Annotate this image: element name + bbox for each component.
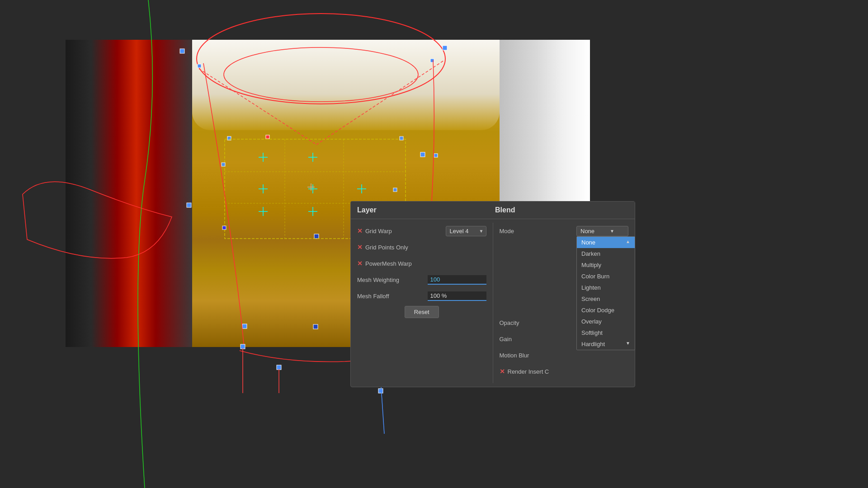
grid-warp-row: ✕ Grid Warp Level 4 — [357, 225, 486, 237]
mesh-weighting-label: Mesh Weighting — [357, 277, 428, 283]
mode-dropdown-container[interactable]: None ▼ None ▲ Darken Multiply — [576, 226, 628, 236]
mesh-weighting-row: Mesh Weighting — [357, 273, 486, 286]
left-bottle — [66, 40, 194, 347]
mesh-falloff-label: Mesh Falloff — [357, 293, 428, 300]
blend-mode-none[interactable]: None ▲ — [577, 237, 635, 248]
blend-none-label: None — [581, 239, 595, 246]
blend-darken-label: Darken — [581, 250, 600, 257]
powermesh-label: PowerMesh Warp — [365, 260, 486, 267]
scroll-up-arrow[interactable]: ▲ — [626, 239, 630, 244]
blend-mode-lighten[interactable]: Lighten — [577, 282, 635, 293]
panel-body: ✕ Grid Warp Level 4 ✕ Grid Points Only ✕… — [351, 219, 635, 387]
motion-blur-label: Motion Blur — [500, 352, 629, 359]
mode-dropdown-arrow: ▼ — [610, 229, 614, 234]
scroll-down-arrow[interactable]: ▼ — [626, 341, 630, 346]
grid-warp-dropdown-container: Level 4 — [446, 226, 486, 236]
blend-mode-overlay[interactable]: Overlay — [577, 316, 635, 327]
mesh-weighting-input[interactable] — [428, 275, 486, 285]
powermesh-row: ✕ PowerMesh Warp — [357, 257, 486, 270]
blend-multiply-label: Multiply — [581, 262, 601, 268]
blend-colordodge-label: Color Dodge — [581, 307, 614, 314]
layer-header: Layer — [357, 206, 491, 214]
grid-warp-x-icon[interactable]: ✕ — [357, 227, 363, 235]
blend-lighten-label: Lighten — [581, 284, 601, 291]
reset-button[interactable]: Reset — [405, 306, 439, 318]
mode-label: Mode — [500, 228, 577, 235]
blend-mode-dropdown-list: None ▲ Darken Multiply Color Burn — [576, 236, 635, 350]
blend-header: Blend — [491, 206, 628, 214]
blend-hardlight-label: Hardlight — [581, 341, 605, 347]
blend-mode-multiply[interactable]: Multiply — [577, 259, 635, 271]
layer-blend-panel: Layer Blend ✕ Grid Warp Level 4 ✕ Grid P… — [350, 201, 635, 387]
motion-blur-row: Motion Blur — [500, 349, 629, 361]
grid-points-x-icon[interactable]: ✕ — [357, 244, 363, 251]
mode-dropdown-button[interactable]: None ▼ — [576, 226, 628, 236]
mode-value: None — [580, 228, 594, 235]
blend-screen-label: Screen — [581, 296, 600, 302]
grid-warp-label: Grid Warp — [365, 228, 446, 235]
panel-layer-section: ✕ Grid Warp Level 4 ✕ Grid Points Only ✕… — [351, 223, 493, 383]
blend-mode-darken[interactable]: Darken — [577, 248, 635, 259]
mesh-falloff-row: Mesh Falloff — [357, 290, 486, 302]
blend-colorburn-label: Color Burn — [581, 273, 609, 280]
panel-blend-section: Mode None ▼ None ▲ Darken — [493, 223, 635, 383]
render-insert-label: Render Insert C — [508, 368, 629, 375]
foam-area — [192, 40, 500, 130]
blend-mode-softlight[interactable]: Softlight — [577, 327, 635, 338]
svg-rect-45 — [378, 389, 383, 393]
blend-mode-screen[interactable]: Screen — [577, 293, 635, 305]
grid-warp-dropdown[interactable]: Level 4 — [446, 226, 486, 236]
grid-points-label: Grid Points Only — [365, 244, 486, 251]
svg-rect-43 — [277, 365, 281, 370]
mode-row: Mode None ▼ None ▲ Darken — [500, 225, 629, 237]
powermesh-x-icon[interactable]: ✕ — [357, 260, 363, 267]
panel-header: Layer Blend — [351, 202, 635, 219]
blend-mode-color-burn[interactable]: Color Burn — [577, 271, 635, 282]
mesh-falloff-input[interactable] — [428, 291, 486, 301]
blend-softlight-label: Softlight — [581, 329, 603, 336]
blend-overlay-label: Overlay — [581, 318, 602, 325]
blend-mode-hardlight[interactable]: Hardlight ▼ — [577, 338, 635, 350]
render-insert-x-icon[interactable]: ✕ — [500, 368, 505, 375]
blend-mode-color-dodge[interactable]: Color Dodge — [577, 305, 635, 316]
render-insert-row: ✕ Render Insert C — [500, 365, 629, 378]
grid-points-row: ✕ Grid Points Only — [357, 241, 486, 253]
